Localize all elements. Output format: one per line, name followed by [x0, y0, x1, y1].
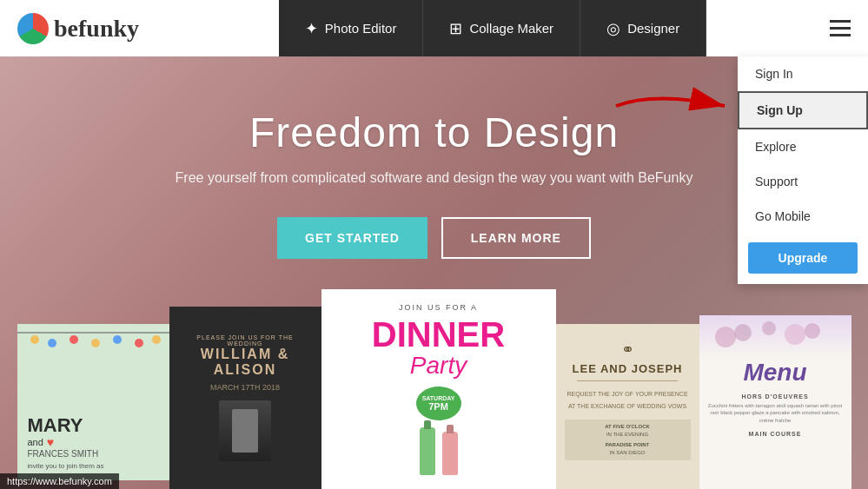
- designer-icon: ◎: [606, 19, 620, 38]
- card-5-flowers: [699, 315, 851, 359]
- svg-point-12: [805, 323, 820, 339]
- card-4-rings-icon: ⚭: [621, 340, 634, 359]
- card-4-names: LEE AND JOSEPH: [573, 362, 683, 375]
- main-nav: ✦ Photo Editor ⊞ Collage Maker ◎ Designe…: [174, 0, 812, 56]
- svg-point-9: [715, 327, 736, 347]
- card-2-please: PLEASE JOIN US FOR THE WEDDING: [180, 334, 311, 347]
- lights-decoration: [17, 324, 169, 354]
- photo-editor-icon: ✦: [305, 19, 318, 38]
- card-2-date: MARCH 17TH 2018: [210, 383, 280, 392]
- card-1-name-mary: MARY: [28, 416, 159, 435]
- card-menu: Menu HORS D'OEUVRES Zucchini fritters wi…: [699, 315, 851, 489]
- dropdown-sign-up[interactable]: Sign Up: [738, 91, 868, 129]
- card-4-text1: REQUEST THE JOY OF YOUR PRESENCE: [567, 390, 687, 399]
- svg-point-5: [91, 339, 100, 347]
- card-1-name-frances: FRANCES SMITH: [28, 449, 159, 459]
- logo-text: befunky: [54, 15, 139, 43]
- hero-subtitle: Free yourself from complicated software …: [176, 170, 693, 186]
- logo-area: befunky: [0, 13, 174, 44]
- card-wedding-green: MARY and ♥ FRANCES SMITH invite you to j…: [17, 324, 169, 480]
- card-2-inner: PLEASE JOIN US FOR THE WEDDING WILLIAM &…: [169, 307, 321, 489]
- status-url: https://www.befunky.com: [7, 476, 112, 486]
- get-started-button[interactable]: GET STARTED: [277, 217, 427, 259]
- card-5-menu-title: Menu: [743, 359, 806, 387]
- card-5-items: Zucchini fritters with tarragon aioli sq…: [708, 402, 843, 424]
- nav-label-photo-editor: Photo Editor: [325, 21, 397, 36]
- dropdown-menu: Sign In Sign Up Explore Support Go Mobil…: [738, 56, 868, 284]
- card-1-tagline: invite you to join them as: [28, 462, 159, 470]
- card-4-text2: AT THE EXCHANGE OF WEDDING VOWS: [568, 402, 686, 411]
- nav-label-collage-maker: Collage Maker: [469, 21, 553, 36]
- hero-buttons: GET STARTED LEARN MORE: [277, 217, 591, 259]
- card-3-party: Party: [410, 352, 467, 380]
- logo-circle-icon: [17, 13, 49, 44]
- flowers-decoration: [699, 315, 851, 359]
- hamburger-icon: [830, 20, 851, 36]
- svg-point-13: [762, 321, 776, 335]
- card-1-and: and: [28, 437, 43, 447]
- nav-item-photo-editor[interactable]: ✦ Photo Editor: [279, 0, 424, 56]
- upgrade-button[interactable]: Upgrade: [748, 242, 858, 274]
- svg-point-11: [785, 324, 805, 345]
- collage-maker-icon: ⊞: [449, 19, 462, 38]
- nav-label-designer: Designer: [627, 21, 679, 36]
- cards-row: MARY and ♥ FRANCES SMITH invite you to j…: [0, 289, 868, 489]
- status-bar: https://www.befunky.com: [0, 473, 119, 489]
- card-3-join: JOIN US FOR A: [399, 303, 478, 312]
- card-dinner-party: JOIN US FOR A DINNER Party SATURDAY 7PM: [321, 289, 556, 489]
- logo-link[interactable]: befunky: [17, 13, 156, 44]
- card-3-bottles: [420, 427, 458, 475]
- card-5-main-section: MAIN COURSE: [749, 431, 802, 437]
- learn-more-button[interactable]: LEARN MORE: [441, 217, 591, 259]
- svg-point-2: [30, 335, 39, 344]
- card-4-details: AT FIVE O'CLOCK IN THE EVENING PARADISE …: [565, 420, 691, 460]
- hero-title: Freedom to Design: [249, 109, 619, 156]
- svg-point-8: [152, 335, 161, 344]
- svg-point-3: [48, 339, 56, 347]
- card-3-saturday-badge: SATURDAY 7PM: [416, 387, 461, 420]
- card-5-hors-section: HORS D'OEUVRES: [741, 393, 808, 400]
- dropdown-go-mobile[interactable]: Go Mobile: [738, 199, 868, 234]
- nav-item-designer[interactable]: ◎ Designer: [580, 0, 706, 56]
- card-wedding-formal: ⚭ LEE AND JOSEPH REQUEST THE JOY OF YOUR…: [556, 324, 699, 489]
- hamburger-button[interactable]: [812, 0, 868, 56]
- dropdown-support[interactable]: Support: [738, 164, 868, 199]
- card-wedding-dark: PLEASE JOIN US FOR THE WEDDING WILLIAM &…: [169, 307, 321, 489]
- svg-point-6: [113, 335, 122, 344]
- dropdown-explore[interactable]: Explore: [738, 129, 868, 164]
- card-3-dinner: DINNER: [372, 317, 505, 352]
- card-2-photo: [219, 400, 271, 461]
- header: befunky ✦ Photo Editor ⊞ Collage Maker ◎…: [0, 0, 868, 56]
- svg-point-4: [70, 335, 78, 344]
- svg-point-7: [135, 339, 143, 347]
- card-2-names: WILLIAM & ALISON: [180, 347, 311, 378]
- card-4-inner: ⚭ LEE AND JOSEPH REQUEST THE JOY OF YOUR…: [556, 324, 699, 489]
- card-3-inner: JOIN US FOR A DINNER Party SATURDAY 7PM: [321, 289, 556, 489]
- nav-item-collage-maker[interactable]: ⊞ Collage Maker: [423, 0, 580, 56]
- svg-point-10: [734, 324, 752, 341]
- dropdown-sign-in[interactable]: Sign In: [738, 56, 868, 91]
